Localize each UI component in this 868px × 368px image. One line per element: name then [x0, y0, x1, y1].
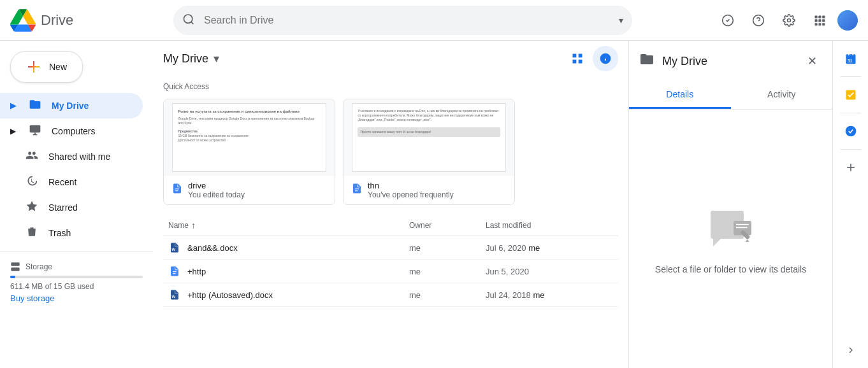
card-name-area-0: drive You edited today [188, 181, 245, 199]
sidebar-item-recent[interactable]: Recent [0, 169, 143, 195]
word-icon-0: W [168, 241, 181, 254]
card-preview-1: Участвате в изследване с изграждане на D… [344, 99, 514, 176]
svg-rect-21 [579, 54, 582, 58]
apps-button[interactable] [807, 8, 832, 33]
col-name-label: Name [168, 221, 189, 230]
svg-text:W: W [172, 295, 176, 299]
breadcrumb-title: My Drive [163, 52, 208, 66]
info-button[interactable] [593, 46, 618, 71]
card-meta-0: You edited today [188, 190, 245, 199]
info-panel-tabs: Details Activity [629, 81, 832, 110]
sidebar-item-trash[interactable]: Trash [0, 220, 143, 246]
svg-point-5 [788, 18, 791, 22]
svg-rect-15 [30, 125, 41, 132]
sidebar: New ▶ My Drive ▶ Computers Shared with m… [0, 41, 153, 368]
plus-icon [26, 59, 41, 74]
calendar-button[interactable]: 31 [838, 46, 864, 71]
storage-label: Storage [10, 262, 143, 272]
card-preview-content-1: Участвате в изследване с изграждане на D… [352, 103, 505, 172]
storage-section: Storage 611.4 MB of 15 GB used Buy stora… [0, 257, 153, 308]
buy-storage-link[interactable]: Buy storage [10, 294, 143, 303]
file-modified-1: Jun 5, 2020 [486, 267, 613, 276]
quick-cards-container: Ролю на услугата за съхранение и синхрон… [163, 99, 618, 205]
edge-divider-3 [841, 149, 861, 150]
svg-rect-7 [818, 15, 821, 18]
settings-button[interactable] [776, 8, 802, 33]
search-dropdown-icon[interactable]: ▾ [619, 15, 623, 25]
quick-card-0[interactable]: Ролю на услугата за съхранение и синхрон… [163, 99, 335, 205]
card-name-area-1: thn You've opened frequently [368, 181, 454, 199]
svg-line-1 [191, 22, 194, 24]
word-icon-2: W [168, 288, 181, 301]
sidebar-item-shared[interactable]: Shared with me [0, 144, 143, 169]
svg-rect-12 [815, 23, 818, 25]
breadcrumb-dropdown-icon[interactable]: ▾ [213, 52, 219, 66]
file-owner-2: me [409, 290, 486, 300]
sidebar-item-computers[interactable]: ▶ Computers [0, 118, 143, 144]
svg-rect-23 [579, 60, 582, 64]
trash-icon [25, 225, 38, 241]
expand-icon: ▶ [10, 101, 16, 110]
svg-marker-36 [713, 239, 721, 246]
file-owner-1: me [409, 267, 486, 276]
table-row[interactable]: W &and&&.docx me Jul 6, 2020 me [163, 236, 618, 260]
new-button[interactable]: New [10, 51, 83, 83]
search-icon [182, 13, 195, 27]
card-meta-1: You've opened frequently [368, 190, 454, 199]
col-header-name[interactable]: Name ↑ [168, 220, 409, 230]
file-name-cell-0: W &and&&.docx [168, 241, 409, 254]
svg-rect-11 [822, 19, 825, 22]
file-list: Name ↑ Owner Last modified W &and&&.docx [153, 215, 628, 307]
starred-icon [25, 200, 38, 216]
card-info-0: drive You edited today [164, 176, 335, 204]
quick-card-1[interactable]: Участвате в изследване с изграждане на D… [343, 99, 515, 205]
svg-point-0 [184, 15, 192, 23]
info-panel-header: My Drive ✕ [629, 41, 832, 81]
tab-activity[interactable]: Activity [731, 81, 833, 109]
tab-details[interactable]: Details [629, 81, 731, 109]
add-button[interactable] [838, 155, 864, 180]
info-panel-close-button[interactable]: ✕ [802, 51, 822, 71]
col-header-modified: Last modified [486, 221, 613, 230]
avatar[interactable] [837, 10, 858, 31]
file-name-text-0: &and&&.docx [187, 243, 238, 253]
search-input[interactable] [173, 6, 632, 35]
gdoc-icon-0 [171, 183, 183, 197]
table-row[interactable]: W +http (Autosaved).docx me Jul 24, 2018… [163, 283, 618, 307]
storage-bar [10, 276, 143, 278]
grid-view-button[interactable] [565, 46, 590, 71]
svg-rect-9 [815, 19, 818, 22]
sidebar-item-starred[interactable]: Starred [0, 195, 143, 220]
search-bar[interactable]: ▾ [173, 6, 632, 35]
svg-rect-19 [11, 267, 19, 271]
header-actions [715, 8, 858, 33]
card-info-1: thn You've opened frequently [344, 176, 514, 204]
file-name-text-2: +http (Autosaved).docx [187, 290, 273, 300]
svg-rect-10 [818, 19, 821, 22]
sidebar-item-computers-label: Computers [52, 126, 95, 136]
expand-right-button[interactable] [838, 337, 864, 363]
main-content: My Drive ▾ Quick Access Ролю на услу [153, 41, 628, 368]
check-circle-button[interactable] [715, 8, 741, 33]
sidebar-item-my-drive[interactable]: ▶ My Drive [0, 93, 143, 118]
svg-text:W: W [172, 248, 176, 251]
card-name-0: drive [188, 181, 245, 190]
help-button[interactable] [746, 8, 771, 33]
card-name-1: thn [368, 181, 454, 190]
tasks-button[interactable] [838, 82, 864, 108]
computers-icon [29, 124, 41, 139]
file-list-header: Name ↑ Owner Last modified [163, 215, 618, 236]
card-preview-content-0: Ролю на услугата за съхранение и синхрон… [172, 103, 326, 172]
drive-logo-icon [10, 8, 36, 33]
sidebar-item-starred-label: Starred [48, 202, 78, 213]
info-placeholder-text: Select a file or folder to view its deta… [655, 264, 806, 274]
svg-rect-14 [822, 23, 825, 25]
table-row[interactable]: +http me Jun 5, 2020 [163, 260, 618, 283]
info-panel-folder-icon [639, 52, 655, 71]
col-header-owner: Owner [409, 221, 486, 230]
gdoc-icon-file-1 [168, 265, 181, 278]
check-button[interactable] [838, 118, 864, 144]
svg-text:31: 31 [848, 59, 853, 63]
sidebar-item-trash-label: Trash [48, 228, 71, 238]
sidebar-divider [0, 251, 153, 251]
